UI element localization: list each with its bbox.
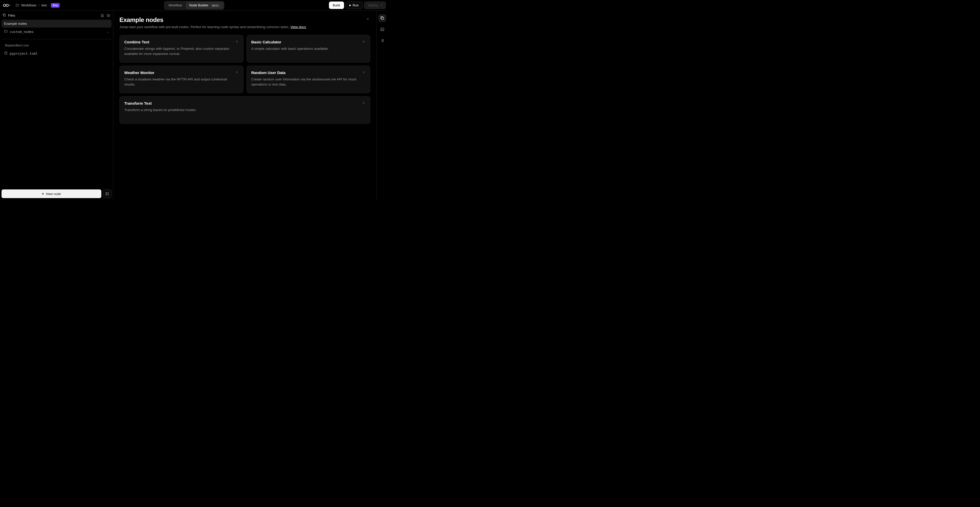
breadcrumb-current[interactable]: test [41, 3, 47, 7]
chevron-right-icon [362, 40, 366, 44]
new-node-label: New node [46, 192, 61, 196]
card-title-text: Combine Text [124, 40, 149, 44]
pro-badge: Pro [51, 3, 59, 8]
file-pyproject[interactable]: pyproject.toml [2, 50, 111, 57]
deploy-button[interactable]: Deploy ▾ [364, 2, 386, 9]
deploy-label: Deploy [368, 3, 378, 7]
card-title-text: Random User Data [251, 70, 286, 75]
rail-terminal-button[interactable] [379, 26, 386, 33]
chevron-down-icon: ⌄ [107, 30, 109, 33]
chevron-right-icon [362, 101, 366, 105]
svg-rect-2 [4, 14, 6, 16]
card-title-text: Basic Calculator [251, 40, 282, 44]
tab-workflow[interactable]: Workflow [165, 2, 186, 9]
card-transform-text[interactable]: Transform Text Transform a string based … [119, 96, 370, 124]
right-rail [377, 11, 388, 201]
play-icon [349, 4, 351, 6]
content-header: Example nodes Jump-start your workflow w… [119, 16, 370, 29]
run-label: Run [353, 3, 359, 7]
chevron-right-icon [362, 70, 366, 75]
sidebar-folder-custom-nodes[interactable]: custom_nodes ⌄ [2, 27, 111, 36]
center-tabs: Workflow Node Builder BETA [164, 1, 224, 10]
svg-point-0 [3, 4, 6, 6]
folder-label: custom_nodes [10, 30, 34, 34]
breadcrumb: Workflows / test [16, 3, 47, 7]
body-area: Files Example nodes custom_nodes ⌄ Depen… [0, 11, 388, 201]
file-icon [4, 51, 8, 56]
svg-point-1 [6, 4, 8, 6]
sidebar-item-example-nodes[interactable]: Example nodes [2, 20, 111, 27]
sidebar: Files Example nodes custom_nodes ⌄ Depen… [0, 11, 113, 201]
app-logo[interactable]: ▾ [2, 3, 11, 7]
beta-badge: BETA [211, 4, 220, 7]
file-label: pyproject.toml [10, 51, 38, 56]
new-folder-icon[interactable] [107, 14, 110, 18]
card-desc: A simple calculator with basic operation… [251, 46, 366, 51]
collapse-sidebar-button[interactable] [103, 190, 111, 198]
chevron-right-icon [235, 40, 239, 44]
page-title: Example nodes [119, 16, 306, 24]
card-desc: Create random user information via the r… [251, 77, 366, 87]
dependencies-label: Dependencies [2, 42, 111, 50]
svg-rect-4 [382, 18, 383, 19]
breadcrumb-root[interactable]: Workflows [21, 3, 37, 7]
sidebar-item-label: Example nodes [4, 22, 27, 26]
subtitle-text: Jump-start your workflow with pre-built … [119, 25, 290, 29]
sidebar-icons [100, 14, 110, 18]
card-random-user-data[interactable]: Random User Data Create random user info… [247, 65, 371, 93]
sidebar-footer: + New node [2, 190, 111, 199]
rail-files-button[interactable] [379, 14, 386, 22]
card-title-text: Transform Text [124, 101, 151, 105]
files-icon [3, 13, 6, 18]
top-right: Build Run Deploy ▾ [329, 2, 386, 9]
card-desc: Concatenate strings with Append, or Prep… [124, 46, 239, 57]
cards-grid: Combine Text Concatenate strings with Ap… [119, 35, 370, 124]
top-bar: ▾ Workflows / test Pro Workflow Node Bui… [0, 0, 388, 11]
view-docs-link[interactable]: View docs [290, 25, 306, 29]
breadcrumb-sep: / [38, 3, 40, 7]
card-weather-monitor[interactable]: Weather Monitor Check a locations weathe… [119, 65, 243, 93]
main: Example nodes Jump-start your workflow w… [113, 11, 388, 201]
files-label: Files [8, 14, 15, 18]
new-file-icon[interactable] [100, 14, 104, 18]
files-title: Files [3, 13, 15, 18]
rail-list-button[interactable] [379, 37, 386, 45]
run-button[interactable]: Run [345, 2, 363, 9]
svg-rect-5 [381, 28, 384, 31]
svg-rect-3 [106, 193, 109, 195]
folder-icon [16, 3, 19, 7]
card-desc: Check a locations weather via the WTTR A… [124, 77, 239, 87]
tab-node-builder[interactable]: Node Builder BETA [186, 2, 224, 9]
new-node-button[interactable]: + New node [2, 190, 101, 198]
tab-node-builder-label: Node Builder [189, 3, 208, 7]
content: Example nodes Jump-start your workflow w… [113, 11, 377, 201]
chevron-down-icon: ▾ [381, 4, 382, 6]
card-desc: Transform a string based on predefined m… [124, 107, 366, 113]
plus-icon: + [42, 192, 44, 196]
card-title-text: Weather Monitor [124, 70, 154, 75]
sidebar-header: Files [2, 12, 111, 20]
page-subtitle: Jump-start your workflow with pre-built … [119, 25, 306, 29]
build-button[interactable]: Build [329, 2, 344, 9]
close-button[interactable] [365, 16, 370, 21]
logo-chevron-icon: ▾ [9, 4, 11, 6]
card-combine-text[interactable]: Combine Text Concatenate strings with Ap… [119, 35, 243, 62]
chevron-right-icon [235, 70, 239, 75]
folder-icon [4, 30, 8, 34]
card-basic-calculator[interactable]: Basic Calculator A simple calculator wit… [247, 35, 371, 62]
top-left: ▾ Workflows / test Pro [2, 3, 60, 8]
